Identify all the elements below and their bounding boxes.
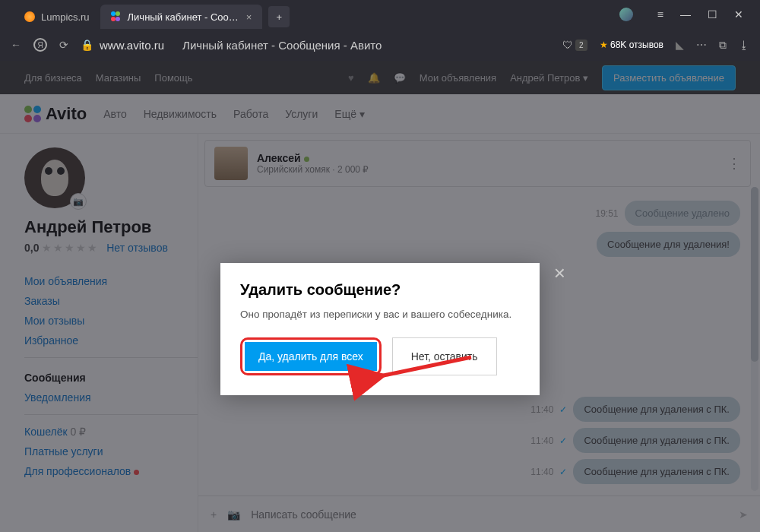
modal-body: Оно пропадёт из переписки у вас и вашего…	[240, 308, 520, 322]
back-icon[interactable]: ←	[11, 39, 21, 51]
close-icon[interactable]: ×	[554, 261, 565, 285]
reload-icon[interactable]: ⟳	[59, 39, 68, 51]
tab-lumpics[interactable]: Lumpics.ru	[14, 5, 100, 29]
close-icon[interactable]: ×	[246, 11, 252, 23]
profile-avatar-icon[interactable]	[619, 8, 633, 21]
favicon-icon	[111, 11, 122, 22]
shield-icon[interactable]: 🛡2	[562, 39, 587, 51]
confirm-delete-button[interactable]: Да, удалить для всех	[245, 342, 377, 371]
page-content: Для бизнеса Магазины Помощь ♥ 🔔 💬 Мои об…	[0, 61, 760, 532]
menu-icon[interactable]: ≡	[657, 8, 663, 21]
yandex-icon[interactable]: Я	[33, 38, 47, 52]
more-icon[interactable]: ⋯	[696, 39, 707, 51]
address-bar: ← Я ⟳ 🔒 www.avito.ru Личный кабинет - Со…	[0, 29, 760, 61]
tab-label: Личный кабинет - Соо…	[128, 11, 239, 23]
url-text: www.avito.ru	[100, 39, 164, 52]
extension-reviews[interactable]: ★ 68K отзывов	[600, 40, 663, 50]
favicon-icon	[24, 11, 35, 22]
browser-titlebar: Lumpics.ru Личный кабинет - Соо… × + ≡ —…	[0, 0, 760, 29]
tab-label: Lumpics.ru	[41, 11, 90, 23]
modal-title: Удалить сообщение?	[240, 281, 520, 299]
delete-confirm-modal: × Удалить сообщение? Оно пропадёт из пер…	[220, 263, 540, 395]
page-title: Личный кабинет - Сообщения - Авито	[182, 39, 382, 52]
download-icon[interactable]: ⭳	[739, 39, 749, 51]
new-tab-button[interactable]: +	[268, 6, 290, 27]
collections-icon[interactable]: ⧉	[719, 39, 727, 52]
minimize-icon[interactable]: —	[680, 8, 691, 21]
url-field[interactable]: 🔒 www.avito.ru	[81, 39, 164, 52]
lock-icon: 🔒	[81, 39, 93, 51]
cancel-button[interactable]: Нет, оставить	[392, 337, 497, 375]
close-window-icon[interactable]: ✕	[734, 8, 743, 21]
maximize-icon[interactable]: ☐	[708, 8, 717, 21]
highlight-annotation: Да, удалить для всех	[240, 337, 382, 375]
tab-avito[interactable]: Личный кабинет - Соо… ×	[100, 5, 263, 29]
bookmark-icon[interactable]: ◣	[676, 39, 684, 51]
